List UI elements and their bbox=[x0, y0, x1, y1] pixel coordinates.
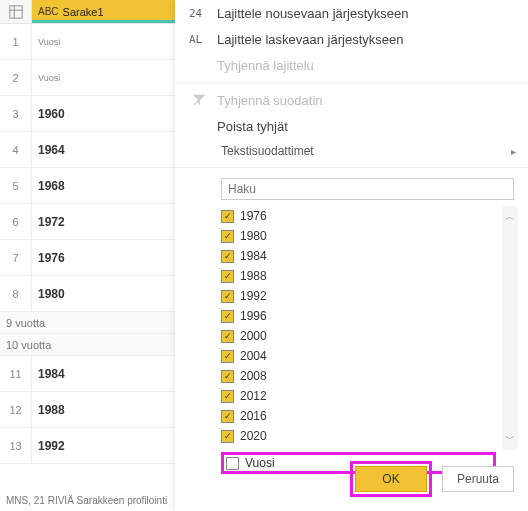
filter-row[interactable]: ✓2024 bbox=[221, 446, 496, 450]
filter-row[interactable]: ✓2012 bbox=[221, 386, 496, 406]
cell-value: 1972 bbox=[32, 204, 175, 239]
column-header[interactable]: ABC Sarake1 bbox=[32, 0, 175, 23]
cell-value: 1968 bbox=[32, 168, 175, 203]
sort-asc-prefix: 24 bbox=[189, 7, 209, 20]
filter-value-label: 2012 bbox=[240, 389, 267, 403]
cell-value: 1964 bbox=[32, 132, 175, 167]
filter-values-area: ✓1976✓1980✓1984✓1988✓1992✓1996✓2000✓2004… bbox=[221, 206, 518, 474]
checkbox-checked[interactable]: ✓ bbox=[221, 250, 234, 263]
table-row[interactable]: 51968 bbox=[0, 168, 175, 204]
checkbox-checked[interactable]: ✓ bbox=[221, 350, 234, 363]
checkbox-checked[interactable]: ✓ bbox=[221, 370, 234, 383]
checkbox-checked[interactable]: ✓ bbox=[221, 330, 234, 343]
filter-list[interactable]: ✓1976✓1980✓1984✓1988✓1992✓1996✓2000✓2004… bbox=[221, 206, 496, 450]
filter-value-label: 1984 bbox=[240, 249, 267, 263]
table-row[interactable]: 111984 bbox=[0, 356, 175, 392]
row-number: 11 bbox=[0, 356, 32, 391]
table-row[interactable]: 2Vuosi bbox=[0, 60, 175, 96]
row-number: 4 bbox=[0, 132, 32, 167]
search-input[interactable] bbox=[221, 178, 514, 200]
scroll-down-icon[interactable]: ﹀ bbox=[505, 434, 515, 444]
filter-row[interactable]: ✓1992 bbox=[221, 286, 496, 306]
filter-popup: 24 Lajittele nousevaan järjestykseen AL … bbox=[175, 0, 528, 511]
row-number: 6 bbox=[0, 204, 32, 239]
scrollbar[interactable]: ︿ ﹀ bbox=[502, 206, 518, 450]
cell-value: Vuosi bbox=[32, 60, 175, 95]
cell-value: Vuosi bbox=[32, 24, 175, 59]
table-header-row: ABC Sarake1 bbox=[0, 0, 175, 24]
ok-highlight: OK bbox=[350, 461, 432, 497]
sort-asc-label: Lajittele nousevaan järjestykseen bbox=[217, 6, 409, 21]
checkbox-checked[interactable]: ✓ bbox=[221, 290, 234, 303]
table-row[interactable]: 121988 bbox=[0, 392, 175, 428]
checkbox-checked[interactable]: ✓ bbox=[221, 390, 234, 403]
table-row[interactable]: 31960 bbox=[0, 96, 175, 132]
clear-filter-icon bbox=[189, 93, 209, 107]
cell-value: 1988 bbox=[32, 392, 175, 427]
svg-rect-0 bbox=[9, 5, 21, 17]
cell-value: 1976 bbox=[32, 240, 175, 275]
row-number: 12 bbox=[0, 392, 32, 427]
filter-row[interactable]: ✓2008 bbox=[221, 366, 496, 386]
filter-value-label: 1976 bbox=[240, 209, 267, 223]
chevron-right-icon: ▸ bbox=[511, 146, 516, 157]
filter-value-label: 2020 bbox=[240, 429, 267, 443]
table-row[interactable]: 71976 bbox=[0, 240, 175, 276]
row-number: 5 bbox=[0, 168, 32, 203]
table-row[interactable]: 61972 bbox=[0, 204, 175, 240]
checkbox-checked[interactable]: ✓ bbox=[221, 310, 234, 323]
cell-value: 1984 bbox=[32, 356, 175, 391]
row-number: 7 bbox=[0, 240, 32, 275]
table-corner[interactable] bbox=[0, 0, 32, 23]
scroll-up-icon[interactable]: ︿ bbox=[505, 212, 515, 222]
checkbox-checked[interactable]: ✓ bbox=[221, 270, 234, 283]
checkbox-checked[interactable]: ✓ bbox=[221, 450, 234, 451]
filter-row[interactable]: ✓2004 bbox=[221, 346, 496, 366]
filter-value-label: 2004 bbox=[240, 349, 267, 363]
cancel-button[interactable]: Peruuta bbox=[442, 466, 514, 492]
table-row[interactable]: 131992 bbox=[0, 428, 175, 464]
row-number: 1 bbox=[0, 24, 32, 59]
filter-value-label: 2024 bbox=[240, 449, 267, 450]
filter-value-label: 1996 bbox=[240, 309, 267, 323]
filter-row[interactable]: ✓1996 bbox=[221, 306, 496, 326]
filter-value-label: 1980 bbox=[240, 229, 267, 243]
text-filters[interactable]: Tekstisuodattimet ▸ bbox=[175, 139, 528, 163]
filter-row[interactable]: ✓2020 bbox=[221, 426, 496, 446]
filter-value-label: 1992 bbox=[240, 289, 267, 303]
filter-row[interactable]: ✓2000 bbox=[221, 326, 496, 346]
filter-row[interactable]: ✓2016 bbox=[221, 406, 496, 426]
table-row[interactable]: 41964 bbox=[0, 132, 175, 168]
filter-value-label: 2008 bbox=[240, 369, 267, 383]
row-number: 8 bbox=[0, 276, 32, 311]
filter-row[interactable]: ✓1980 bbox=[221, 226, 496, 246]
filter-row[interactable]: ✓1976 bbox=[221, 206, 496, 226]
table-panel: ABC Sarake1 1Vuosi2Vuosi3196041964519686… bbox=[0, 0, 175, 511]
cell-value: 1992 bbox=[32, 428, 175, 463]
status-bar: MNS, 21 RIVIÄ Sarakkeen profilointi bbox=[0, 489, 175, 511]
row-number: 3 bbox=[0, 96, 32, 131]
column-type-label: ABC bbox=[38, 6, 59, 17]
filter-row[interactable]: ✓1984 bbox=[221, 246, 496, 266]
clear-filter: Tyhjennä suodatin bbox=[175, 87, 528, 113]
filter-value-label: 2000 bbox=[240, 329, 267, 343]
table-row[interactable]: 1Vuosi bbox=[0, 24, 175, 60]
checkbox-checked[interactable]: ✓ bbox=[221, 430, 234, 443]
remove-empty[interactable]: Poista tyhjät bbox=[175, 113, 528, 139]
sort-descending[interactable]: AL Lajittele laskevaan järjestykseen bbox=[175, 26, 528, 52]
table-row[interactable]: 81980 bbox=[0, 276, 175, 312]
filter-value-label: 2016 bbox=[240, 409, 267, 423]
cell-value: 1980 bbox=[32, 276, 175, 311]
checkbox-checked[interactable]: ✓ bbox=[221, 210, 234, 223]
filter-row[interactable]: ✓1988 bbox=[221, 266, 496, 286]
sort-desc-prefix: AL bbox=[189, 33, 209, 46]
unchecked-label: Vuosi bbox=[245, 456, 275, 470]
ok-button[interactable]: OK bbox=[355, 466, 427, 492]
clear-sort: Tyhjennä lajittelu bbox=[175, 52, 528, 78]
filter-value-label: 1988 bbox=[240, 269, 267, 283]
sort-ascending[interactable]: 24 Lajittele nousevaan järjestykseen bbox=[175, 0, 528, 26]
row-number: 2 bbox=[0, 60, 32, 95]
checkbox-checked[interactable]: ✓ bbox=[221, 230, 234, 243]
checkbox-unchecked[interactable] bbox=[226, 457, 239, 470]
checkbox-checked[interactable]: ✓ bbox=[221, 410, 234, 423]
